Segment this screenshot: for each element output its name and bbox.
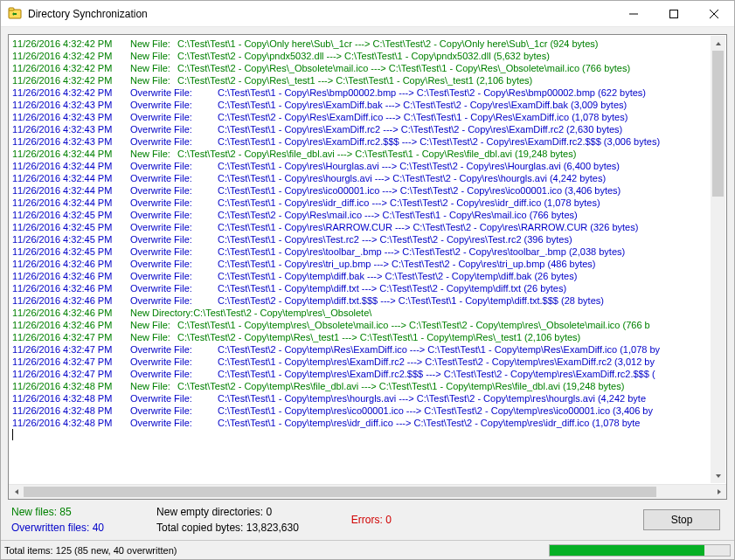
- log-row[interactable]: 11/26/2016 4:32:44 PMNew File:C:\Test\Te…: [12, 148, 723, 160]
- scroll-right-icon[interactable]: [711, 485, 726, 499]
- log-row[interactable]: 11/26/2016 4:32:44 PMOverwrite File:C:\T…: [12, 197, 723, 209]
- log-row[interactable]: 11/26/2016 4:32:44 PMOverwrite File:C:\T…: [12, 160, 723, 172]
- new-empty-dirs-count: New empty directories: 0: [156, 506, 299, 518]
- log-row[interactable]: 11/26/2016 4:32:46 PMOverwrite File:C:\T…: [12, 270, 723, 282]
- log-row[interactable]: 11/26/2016 4:32:48 PMOverwrite File:C:\T…: [12, 417, 723, 429]
- log-timestamp: 11/26/2016 4:32:47 PM: [12, 343, 130, 356]
- log-message: C:\Test\Test\1 - Copy\res\tri_up.bmp ---…: [218, 258, 596, 270]
- log-timestamp: 11/26/2016 4:32:46 PM: [12, 307, 130, 319]
- log-action: New File:: [130, 331, 177, 343]
- log-row[interactable]: 11/26/2016 4:32:48 PMOverwrite File:C:\T…: [12, 404, 723, 417]
- scroll-track-h[interactable]: [24, 485, 711, 499]
- new-files-count: New files: 85: [11, 506, 104, 518]
- log-row[interactable]: 11/26/2016 4:32:47 PMNew File:C:\Test\Te…: [12, 331, 723, 343]
- log-row[interactable]: 11/26/2016 4:32:47 PMOverwrite File:C:\T…: [12, 368, 723, 380]
- log-action: Overwrite File:: [130, 392, 218, 404]
- log-action: Overwrite File:: [130, 368, 218, 380]
- log-row[interactable]: 11/26/2016 4:32:45 PMOverwrite File:C:\T…: [12, 233, 723, 245]
- log-action: Overwrite File:: [130, 111, 218, 123]
- log-row[interactable]: 11/26/2016 4:32:42 PMOverwrite File:C:\T…: [12, 86, 723, 99]
- log-row[interactable]: 11/26/2016 4:32:44 PMOverwrite File:C:\T…: [12, 172, 723, 184]
- log-action: New File:: [130, 319, 177, 331]
- log-row[interactable]: 11/26/2016 4:32:48 PMOverwrite File:C:\T…: [12, 392, 723, 404]
- status-bar: Total items: 125 (85 new, 40 overwritten…: [1, 540, 734, 559]
- log-message: C:\Test\Test\1 - Copy\Res\bmp00002.bmp -…: [218, 86, 646, 99]
- close-button[interactable]: [694, 1, 734, 26]
- log-timestamp: 11/26/2016 4:32:45 PM: [12, 209, 130, 221]
- log-message: C:\Test\Test\2 - Copy\temp\Res\_test1 --…: [177, 331, 580, 343]
- log-row[interactable]: 11/26/2016 4:32:43 PMOverwrite File:C:\T…: [12, 99, 723, 111]
- log-action: New Directory:: [130, 307, 193, 319]
- scroll-down-icon[interactable]: [711, 468, 725, 483]
- log-row[interactable]: 11/26/2016 4:32:46 PMOverwrite File:C:\T…: [12, 294, 723, 307]
- log-message: C:\Test\Test\1 - Copy\temp\diff.bak --->…: [218, 270, 577, 282]
- scroll-thumb[interactable]: [712, 51, 724, 197]
- scroll-up-icon[interactable]: [711, 36, 725, 51]
- minimize-button[interactable]: [614, 1, 654, 26]
- log-row[interactable]: 11/26/2016 4:32:43 PMOverwrite File:C:\T…: [12, 123, 723, 135]
- window-title: Directory Synchronization: [28, 8, 614, 20]
- log-action: Overwrite File:: [130, 209, 218, 221]
- log-timestamp: 11/26/2016 4:32:46 PM: [12, 258, 130, 270]
- log-timestamp: 11/26/2016 4:32:43 PM: [12, 111, 130, 123]
- log-timestamp: 11/26/2016 4:32:45 PM: [12, 233, 130, 245]
- log-row[interactable]: 11/26/2016 4:32:42 PMNew File:C:\Test\Te…: [12, 38, 723, 50]
- log-row[interactable]: 11/26/2016 4:32:45 PMOverwrite File:C:\T…: [12, 209, 723, 221]
- log-row[interactable]: 11/26/2016 4:32:42 PMNew File:C:\Test\Te…: [12, 62, 723, 74]
- log-action: New File:: [130, 50, 177, 62]
- log-timestamp: 11/26/2016 4:32:47 PM: [12, 356, 130, 368]
- log-action: Overwrite File:: [130, 258, 218, 270]
- log-action: Overwrite File:: [130, 86, 218, 99]
- log-timestamp: 11/26/2016 4:32:48 PM: [12, 380, 130, 392]
- log-row[interactable]: 11/26/2016 4:32:45 PMOverwrite File:C:\T…: [12, 221, 723, 233]
- log-timestamp: 11/26/2016 4:32:48 PM: [12, 417, 130, 429]
- log-list[interactable]: 11/26/2016 4:32:42 PMNew File:C:\Test\Te…: [9, 35, 726, 484]
- stop-button[interactable]: Stop: [643, 509, 720, 530]
- titlebar[interactable]: Directory Synchronization: [1, 1, 734, 27]
- log-timestamp: 11/26/2016 4:32:44 PM: [12, 197, 130, 209]
- log-row[interactable]: 11/26/2016 4:32:46 PMOverwrite File:C:\T…: [12, 258, 723, 270]
- log-row[interactable]: 11/26/2016 4:32:47 PMOverwrite File:C:\T…: [12, 343, 723, 356]
- overwritten-files-count: Overwritten files: 40: [11, 522, 104, 534]
- log-row[interactable]: 11/26/2016 4:32:46 PMNew Directory:C:\Te…: [12, 307, 723, 319]
- log-row[interactable]: 11/26/2016 4:32:42 PMNew File:C:\Test\Te…: [12, 50, 723, 62]
- log-timestamp: 11/26/2016 4:32:46 PM: [12, 319, 130, 331]
- log-action: Overwrite File:: [130, 270, 218, 282]
- log-timestamp: 11/26/2016 4:32:46 PM: [12, 282, 130, 294]
- log-message: C:\Test\Test\1 - Copy\Only here\Sub\_1cr…: [177, 38, 598, 50]
- log-timestamp: 11/26/2016 4:32:43 PM: [12, 135, 130, 148]
- log-row[interactable]: 11/26/2016 4:32:46 PMOverwrite File:C:\T…: [12, 282, 723, 294]
- log-message: C:\Test\Test\2 - Copy\Res\ExamDiff.ico -…: [218, 111, 628, 123]
- log-timestamp: 11/26/2016 4:32:42 PM: [12, 50, 130, 62]
- log-action: Overwrite File:: [130, 160, 218, 172]
- log-action: Overwrite File:: [130, 233, 218, 245]
- log-row[interactable]: 11/26/2016 4:32:42 PMNew File:C:\Test\Te…: [12, 74, 723, 86]
- log-message: C:\Test\Test\2 - Copy\temp\diff.txt.$$$ …: [218, 294, 604, 307]
- log-action: Overwrite File:: [130, 172, 218, 184]
- log-row[interactable]: 11/26/2016 4:32:47 PMOverwrite File:C:\T…: [12, 356, 723, 368]
- log-action: New File:: [130, 74, 177, 86]
- log-row[interactable]: 11/26/2016 4:32:43 PMOverwrite File:C:\T…: [12, 135, 723, 148]
- log-row[interactable]: 11/26/2016 4:32:44 PMOverwrite File:C:\T…: [12, 184, 723, 197]
- log-row[interactable]: 11/26/2016 4:32:46 PMNew File:C:\Test\Te…: [12, 319, 723, 331]
- log-timestamp: 11/26/2016 4:32:46 PM: [12, 270, 130, 282]
- log-message: C:\Test\Test\2 - Copy\Res\file_dbl.avi -…: [177, 148, 576, 160]
- progress-fill: [550, 545, 704, 556]
- horizontal-scrollbar[interactable]: [9, 484, 726, 499]
- log-timestamp: 11/26/2016 4:32:47 PM: [12, 368, 130, 380]
- maximize-button[interactable]: [654, 1, 694, 26]
- scroll-left-icon[interactable]: [9, 485, 24, 499]
- log-timestamp: 11/26/2016 4:32:44 PM: [12, 160, 130, 172]
- log-row[interactable]: 11/26/2016 4:32:48 PMNew File:C:\Test\Te…: [12, 380, 723, 392]
- log-message: C:\Test\Test\1 - Copy\temp\res\ico00001.…: [218, 404, 653, 417]
- scroll-thumb-h[interactable]: [24, 487, 656, 497]
- log-message: C:\Test\Test\1 - Copy\res\ico00001.ico -…: [218, 184, 621, 197]
- log-message: C:\Test\Test\1 - Copy\res\ExamDiff.rc2 -…: [218, 123, 622, 135]
- log-timestamp: 11/26/2016 4:32:42 PM: [12, 86, 130, 99]
- log-action: Overwrite File:: [130, 123, 218, 135]
- scroll-track[interactable]: [711, 51, 725, 468]
- log-row[interactable]: 11/26/2016 4:32:45 PMOverwrite File:C:\T…: [12, 245, 723, 258]
- summary-panel: New files: 85 Overwritten files: 40 New …: [1, 500, 734, 540]
- vertical-scrollbar[interactable]: [711, 36, 725, 483]
- log-row[interactable]: 11/26/2016 4:32:43 PMOverwrite File:C:\T…: [12, 111, 723, 123]
